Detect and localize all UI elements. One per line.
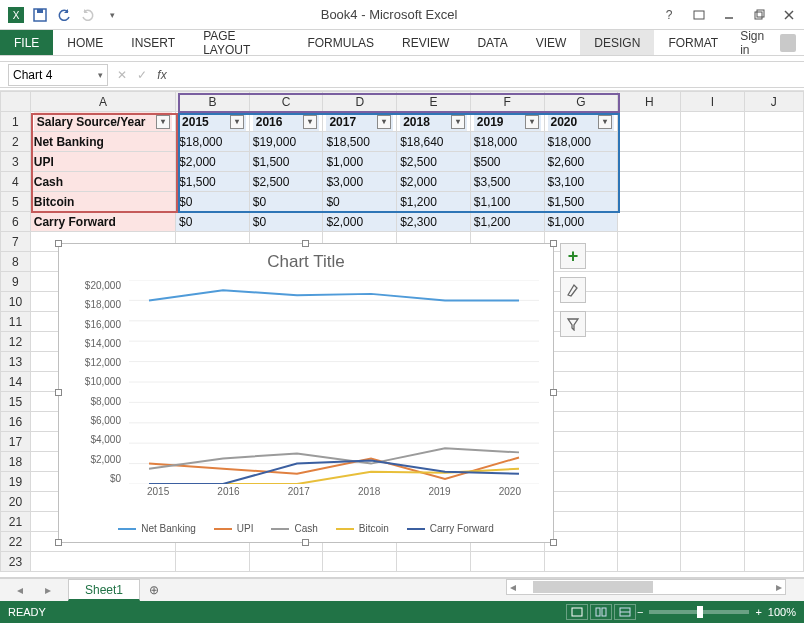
cell-I4[interactable]	[681, 172, 744, 192]
row-header-5[interactable]: 5	[1, 192, 31, 212]
row-header-21[interactable]: 21	[1, 512, 31, 532]
ribbon-display-icon[interactable]	[684, 3, 714, 27]
cell-J15[interactable]	[744, 392, 803, 412]
cell-A1[interactable]: Salary Source/Year▾	[30, 112, 175, 132]
cell-I1[interactable]	[681, 112, 744, 132]
row-header-11[interactable]: 11	[1, 312, 31, 332]
cell-G3[interactable]: $2,600	[544, 152, 618, 172]
cell-C1[interactable]: 2016▾	[249, 112, 323, 132]
zoom-out-icon[interactable]: −	[637, 606, 643, 618]
tab-data[interactable]: DATA	[463, 30, 521, 55]
cell-H9[interactable]	[618, 272, 681, 292]
cell-F3[interactable]: $500	[470, 152, 544, 172]
tab-format[interactable]: FORMAT	[654, 30, 732, 55]
view-page-break-icon[interactable]	[614, 604, 636, 620]
cell-D1[interactable]: 2017▾	[323, 112, 397, 132]
cell-G4[interactable]: $3,100	[544, 172, 618, 192]
cell-G17[interactable]	[544, 432, 618, 452]
cell-A5[interactable]: Bitcoin	[30, 192, 175, 212]
cell-J1[interactable]	[744, 112, 803, 132]
cell-D23[interactable]	[323, 552, 397, 572]
chart-filters-button[interactable]	[560, 311, 586, 337]
col-header-G[interactable]: G	[544, 92, 618, 112]
cell-J4[interactable]	[744, 172, 803, 192]
cell-A4[interactable]: Cash	[30, 172, 175, 192]
tab-formulas[interactable]: FORMULAS	[293, 30, 388, 55]
filter-icon[interactable]: ▾	[303, 115, 317, 129]
redo-icon[interactable]	[76, 3, 100, 27]
filter-icon[interactable]: ▾	[156, 115, 170, 129]
cell-G18[interactable]	[544, 452, 618, 472]
cell-I6[interactable]	[681, 212, 744, 232]
close-icon[interactable]	[774, 3, 804, 27]
col-header-J[interactable]: J	[744, 92, 803, 112]
cell-G19[interactable]	[544, 472, 618, 492]
cell-G6[interactable]: $1,000	[544, 212, 618, 232]
cell-I14[interactable]	[681, 372, 744, 392]
cell-I8[interactable]	[681, 252, 744, 272]
cell-H14[interactable]	[618, 372, 681, 392]
cell-I10[interactable]	[681, 292, 744, 312]
filter-icon[interactable]: ▾	[451, 115, 465, 129]
cell-J20[interactable]	[744, 492, 803, 512]
formula-input[interactable]	[172, 64, 804, 86]
cell-H20[interactable]	[618, 492, 681, 512]
col-header-H[interactable]: H	[618, 92, 681, 112]
cell-J21[interactable]	[744, 512, 803, 532]
cell-H19[interactable]	[618, 472, 681, 492]
horizontal-scrollbar[interactable]: ◂▸	[506, 579, 786, 595]
row-header-9[interactable]: 9	[1, 272, 31, 292]
cell-J12[interactable]	[744, 332, 803, 352]
cell-H21[interactable]	[618, 512, 681, 532]
cell-E6[interactable]: $2,300	[397, 212, 471, 232]
cell-H13[interactable]	[618, 352, 681, 372]
cell-H8[interactable]	[618, 252, 681, 272]
col-header-I[interactable]: I	[681, 92, 744, 112]
cell-H6[interactable]	[618, 212, 681, 232]
cell-B2[interactable]: $18,000	[176, 132, 250, 152]
filter-icon[interactable]: ▾	[377, 115, 391, 129]
row-header-16[interactable]: 16	[1, 412, 31, 432]
row-header-1[interactable]: 1	[1, 112, 31, 132]
cell-J18[interactable]	[744, 452, 803, 472]
zoom-level[interactable]: 100%	[768, 606, 796, 618]
cell-J23[interactable]	[744, 552, 803, 572]
cell-C23[interactable]	[249, 552, 323, 572]
cell-G1[interactable]: 2020▾	[544, 112, 618, 132]
row-header-18[interactable]: 18	[1, 452, 31, 472]
restore-icon[interactable]	[744, 3, 774, 27]
cell-I22[interactable]	[681, 532, 744, 552]
sign-in[interactable]: Sign in	[732, 30, 804, 55]
cell-F6[interactable]: $1,200	[470, 212, 544, 232]
select-all-corner[interactable]	[1, 92, 31, 112]
cell-F4[interactable]: $3,500	[470, 172, 544, 192]
cell-J11[interactable]	[744, 312, 803, 332]
row-header-3[interactable]: 3	[1, 152, 31, 172]
cell-D6[interactable]: $2,000	[323, 212, 397, 232]
cell-F5[interactable]: $1,100	[470, 192, 544, 212]
tab-home[interactable]: HOME	[53, 30, 117, 55]
cell-G16[interactable]	[544, 412, 618, 432]
cell-B23[interactable]	[176, 552, 250, 572]
cell-I18[interactable]	[681, 452, 744, 472]
cell-G21[interactable]	[544, 512, 618, 532]
chart-plot-area[interactable]	[129, 280, 539, 484]
cell-F23[interactable]	[470, 552, 544, 572]
cell-F2[interactable]: $18,000	[470, 132, 544, 152]
cell-H3[interactable]	[618, 152, 681, 172]
cell-J14[interactable]	[744, 372, 803, 392]
col-header-A[interactable]: A	[30, 92, 175, 112]
cell-H23[interactable]	[618, 552, 681, 572]
enter-formula-icon[interactable]: ✓	[132, 68, 152, 82]
col-header-C[interactable]: C	[249, 92, 323, 112]
col-header-B[interactable]: B	[176, 92, 250, 112]
row-header-23[interactable]: 23	[1, 552, 31, 572]
cell-J22[interactable]	[744, 532, 803, 552]
cell-J8[interactable]	[744, 252, 803, 272]
row-header-17[interactable]: 17	[1, 432, 31, 452]
cell-I17[interactable]	[681, 432, 744, 452]
row-header-15[interactable]: 15	[1, 392, 31, 412]
cell-B3[interactable]: $2,000	[176, 152, 250, 172]
row-header-7[interactable]: 7	[1, 232, 31, 252]
cell-I16[interactable]	[681, 412, 744, 432]
